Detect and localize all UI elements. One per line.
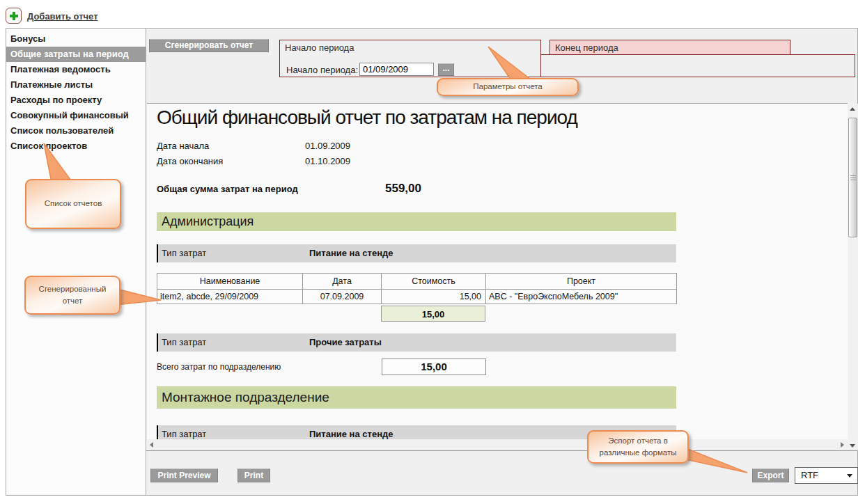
cost-type-bar: Тип затратПитание на стенде — [157, 244, 676, 262]
sidebar-item-bonuses[interactable]: Бонусы — [6, 31, 146, 47]
start-date-value: 01.09.2009 — [305, 141, 350, 151]
add-report-icon[interactable] — [6, 8, 22, 24]
period-start-label: Начало периода: — [286, 65, 358, 75]
cost-type-value: Прочие затраты — [309, 337, 382, 347]
date-picker-button[interactable]: ... — [438, 63, 454, 76]
end-date-label: Дата окончания — [157, 154, 305, 169]
cost-type-value: Питание на стенде — [309, 429, 393, 439]
callout-text: Параметры отчета — [473, 81, 542, 93]
report-field-row: Дата начала01.09.2009 — [157, 139, 848, 154]
arrow-right-icon — [841, 442, 844, 448]
callout-report-params: Параметры отчета — [437, 78, 579, 96]
col-header-name: Наименование — [157, 274, 303, 290]
thumb-grip-icon — [850, 175, 856, 181]
callout-text: Список отчетов — [45, 198, 102, 210]
sidebar-item-period-costs[interactable]: Общие затраты на период — [6, 47, 146, 62]
sidebar-item-cumulative-financial[interactable]: Совокупный финансовый — [6, 108, 146, 123]
arrow-up-icon — [850, 107, 855, 111]
callout-report-list: Список отчетов — [25, 179, 121, 229]
section-header-administration: Администрация — [157, 212, 676, 231]
cost-type-bar: Тип затратПрочие затраты — [157, 333, 676, 352]
cost-type-label: Тип затрат — [162, 333, 309, 352]
sidebar-item-project-expenses[interactable]: Расходы по проекту — [6, 93, 146, 108]
callout-tail — [484, 43, 534, 82]
department-subtotal-row: Всего затрат по подразделению15,00 — [157, 359, 848, 375]
scroll-left-button[interactable] — [147, 440, 157, 450]
col-header-date: Дата — [303, 274, 382, 290]
callout-text: Сгенерированный отчет — [34, 283, 111, 308]
tab-period-start-label: Начало периода — [285, 42, 354, 53]
scroll-up-button[interactable] — [848, 104, 858, 114]
vertical-scroll-thumb[interactable] — [848, 118, 857, 237]
subtotal-label: Всего затрат по подразделению — [157, 359, 382, 375]
report-grand-total-row: Общая сумма затрат на период559,00 — [157, 182, 848, 197]
period-start-input[interactable] — [359, 63, 434, 76]
start-date-label: Дата начала — [157, 139, 305, 154]
export-button[interactable]: Export — [752, 468, 789, 482]
cell-date: 07.09.2009 — [303, 290, 382, 304]
section-header-installation: Монтажное подразделение — [157, 386, 676, 409]
arrow-left-icon — [150, 442, 153, 448]
sidebar-item-payroll[interactable]: Платежная ведомость — [6, 62, 146, 77]
export-format-value: RTF — [801, 470, 818, 480]
print-preview-button[interactable]: Print Preview — [150, 468, 218, 482]
arrow-down-icon — [850, 444, 855, 448]
table-row: item2, abcde, 29/09/2009 07.09.2009 15,0… — [157, 290, 677, 304]
end-date-value: 01.10.2009 — [305, 156, 350, 166]
callout-export-note: Эспорт отчета в различные форматы — [587, 430, 689, 464]
print-button[interactable]: Print — [237, 468, 270, 482]
chevron-down-icon — [847, 474, 852, 478]
cost-type-label: Тип затрат — [162, 425, 309, 439]
callout-generated-report: Сгенерированный отчет — [24, 276, 120, 315]
sidebar-item-payment-sheets[interactable]: Платежные листы — [6, 77, 146, 93]
report-list-sidebar: Бонусы Общие затраты на период Платежная… — [6, 28, 146, 496]
report-field-row: Дата окончания01.10.2009 — [157, 154, 848, 169]
cost-type-value: Питание на стенде — [309, 248, 393, 258]
subtotal-value: 15,00 — [382, 359, 486, 375]
scroll-down-button[interactable] — [848, 440, 858, 450]
col-header-project: Проект — [486, 274, 677, 290]
callout-text: Эспорт отчета в различные форматы — [597, 435, 679, 459]
cell-project: ABC - "ЕвроЭкспоМебель 2009" — [486, 290, 677, 304]
cell-name: item2, abcde, 29/09/2009 — [157, 290, 303, 304]
sidebar-item-user-list[interactable]: Список пользователей — [6, 123, 146, 139]
grand-total-value: 559,00 — [385, 182, 421, 195]
cell-cost: 15,00 — [382, 290, 486, 304]
export-format-dropdown[interactable]: RTF — [795, 467, 858, 484]
report-title: Общий финансовый отчет по затратам на пе… — [157, 107, 848, 129]
generate-report-button[interactable]: Сгенерировать отчет — [149, 39, 269, 52]
scroll-right-button[interactable] — [836, 440, 847, 450]
tab-period-end[interactable]: Конец периода — [550, 40, 790, 55]
vertical-scrollbar[interactable] — [848, 104, 858, 450]
grand-total-label: Общая сумма затрат на период — [157, 184, 385, 194]
col-header-cost: Стоимость — [382, 274, 486, 290]
add-report-link[interactable]: Добавить отчет — [27, 11, 98, 22]
report-viewport: Общий финансовый отчет по затратам на пе… — [147, 103, 848, 439]
callout-tail — [115, 285, 165, 308]
cost-items-table: Наименование Дата Стоимость Проект item2… — [157, 273, 677, 304]
main-panel: Сгенерировать отчет Начало периода Начал… — [146, 28, 858, 496]
cost-type-label: Тип затрат — [162, 244, 309, 262]
table-total-cell: 15,00 — [381, 306, 485, 322]
tab-panel-body — [540, 54, 855, 77]
table-header-row: Наименование Дата Стоимость Проект — [157, 274, 677, 290]
